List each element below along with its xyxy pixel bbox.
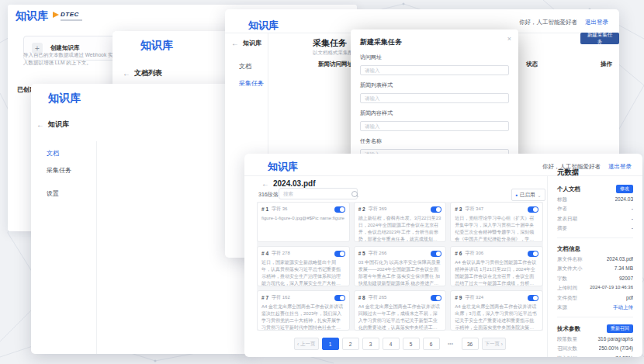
status-filter-button[interactable]: ● 已启用 ⌄ — [511, 189, 545, 201]
back-arrow-icon[interactable]: ← — [36, 120, 44, 129]
sidebar-item-documents[interactable]: 文档 — [239, 62, 251, 71]
next-page-button[interactable]: 下一页 › — [482, 338, 506, 350]
logo-subline — [61, 19, 82, 21]
logout-link[interactable]: 退出登录 — [585, 19, 608, 26]
prev-chevron-icon: ‹ — [297, 341, 299, 347]
meta-key: 标题 — [557, 196, 567, 203]
page-button-6[interactable]: 6 — [423, 338, 440, 350]
search-input[interactable] — [283, 191, 351, 196]
page-button-36[interactable]: 36 — [462, 338, 479, 350]
app-title: 知识库 — [16, 9, 48, 23]
edit-metadata-button[interactable]: 修改 — [616, 185, 633, 193]
segment-toggle[interactable] — [334, 206, 345, 213]
segment-text: A4 金壮龙出席全国两会工作会议并讲话 出席；3月底，深入学习贯彻习近平总书记关… — [455, 303, 538, 331]
meta-key: 原文件名称 — [557, 256, 583, 263]
list-style-field[interactable] — [360, 93, 509, 103]
back-arrow-icon[interactable]: ← — [123, 69, 130, 78]
segment-card[interactable]: # 4字符 278 近日，国家能源安全新战略提出十周年，认真贯彻落实习近平总书记… — [257, 246, 350, 286]
field-label-list-style: 新闻列表样式 — [360, 81, 509, 89]
meta-key: 发表日期 — [557, 216, 577, 223]
segment-id: # 2 — [358, 206, 365, 212]
meta-value: 74.53秒 — [615, 355, 633, 358]
segment-chars: 字符 324 — [465, 294, 483, 301]
segment-toggle[interactable] — [528, 251, 538, 257]
segment-toggle[interactable] — [334, 251, 345, 257]
sidebar-item-collection-tasks[interactable]: 采集任务 — [47, 166, 71, 175]
next-label: 下一页 — [485, 341, 500, 348]
segment-text: A4 金壮龙出席全国两会工作会议并讲话 回顾过去一年工作，成绩来之不易，深入学习… — [358, 303, 442, 331]
page-title: 采集任务 — [313, 37, 347, 49]
back-arrow-icon[interactable]: ← — [261, 179, 269, 188]
segment-id: # 7 — [261, 295, 268, 300]
segment-text: 近日，国家能源安全新战略提出十周年，认真贯彻落实习近平总书记重要指示精神，推动安… — [261, 259, 345, 286]
pagination: ‹ 上一页 1 2 3 4 5 6 ••• 36 下一页 › — [257, 338, 543, 350]
section-tech-params: 技术参数 — [557, 325, 580, 333]
url-field[interactable] — [360, 65, 509, 75]
pagination-ellipsis[interactable]: ••• — [443, 338, 459, 348]
segment-toggle[interactable] — [431, 206, 441, 213]
meta-key: 段落数量 — [557, 336, 577, 343]
content-style-field[interactable] — [360, 121, 509, 131]
sidebar-item-documents[interactable]: 文档 — [47, 149, 59, 158]
metadata-panel: 元数据 个人文档 修改 标题2024.03 作者- 发表日期- 摘要- 文档信息… — [548, 154, 642, 357]
sidebar-divider — [96, 141, 97, 354]
segment-count: 316段落 — [258, 191, 279, 199]
column-header-status: 状态 — [526, 61, 538, 68]
back-doc-list[interactable]: ← 文档列表 — [123, 68, 162, 78]
app-title: 知识库 — [140, 39, 173, 53]
section-personal-doc: 个人文档 — [557, 185, 580, 193]
meta-value-source: 手动上传 — [613, 304, 633, 311]
segment-toggle[interactable] — [528, 295, 538, 301]
new-task-modal: 新建采集任务 × 访问网址 新闻列表样式 新闻内容样式 任务名称 是否定时执行 … — [351, 29, 518, 163]
segment-card[interactable]: # 9字符 324 A4 金壮龙出席全国两会工作会议并讲话 出席；3月底，深入学… — [450, 290, 543, 331]
meta-key: 嵌入时间 — [557, 355, 577, 358]
close-icon[interactable]: × — [507, 35, 511, 43]
segment-card[interactable]: # 1字符 36 figure-1-figure-0.jpg@#$Pic nam… — [257, 202, 350, 242]
meta-value: - — [632, 216, 633, 223]
segment-id: # 9 — [455, 295, 462, 300]
back-kb[interactable]: ← 知识库 — [231, 39, 261, 47]
sidebar-item-settings[interactable]: 设置 — [47, 189, 59, 198]
segment-card[interactable]: # 2字符 369 踏上新征程，奋楫再出发。3月22日至23日，2024年全国能… — [354, 202, 447, 242]
prev-page-button[interactable]: ‹ 上一页 — [294, 338, 318, 350]
page-button-5[interactable]: 5 — [403, 338, 420, 350]
segment-text: 踏上新征程，奋楫再出发。3月22日至23日，2024年全国能源工作会议在北京召开… — [358, 215, 442, 242]
page-button-3[interactable]: 3 — [362, 338, 379, 350]
page-button-2[interactable]: 2 — [342, 338, 359, 350]
back-arrow-icon[interactable]: ← — [231, 39, 239, 47]
meta-key: 字数 — [557, 276, 567, 283]
segment-card[interactable]: # 3字符 347 近日，党组理论学习中心组（扩大）召开集中学习，深入学习贯彻二… — [450, 202, 543, 242]
new-task-button[interactable]: 新建采集任务 — [580, 33, 619, 44]
meta-value: 316 paragraphs — [597, 336, 633, 343]
segment-toggle[interactable] — [431, 251, 441, 257]
sidebar-item-collection-tasks[interactable]: 采集任务 — [239, 79, 264, 88]
app-title: 知识库 — [268, 160, 298, 174]
greeting-text: 你好，人工智能爱好者 — [519, 19, 577, 26]
segment-id: # 4 — [261, 251, 268, 256]
meta-value: - — [632, 225, 633, 232]
meta-value: 7.34 MB — [615, 265, 633, 272]
next-chevron-icon: › — [501, 341, 503, 347]
segment-chars: 字符 306 — [465, 250, 483, 257]
segment-chars: 字符 266 — [369, 250, 387, 257]
segment-toggle[interactable] — [528, 206, 538, 213]
segment-toggle[interactable] — [334, 295, 345, 301]
segment-card[interactable]: # 7字符 162 A4 金壮龙出席全国两会工作会议并讲话 坚决扛起责任担当，2… — [257, 290, 350, 331]
re-recall-button[interactable]: 重新召回 — [607, 324, 633, 333]
meta-value: 2024.03 — [615, 196, 634, 203]
segment-card[interactable]: # 5字符 266 03 中国石化为 以高水平安全保障高质量发展——2024年全… — [354, 246, 447, 286]
segment-card[interactable]: # 6字符 306 A4 会议认真学习贯彻全国能源工作会议精神并讲话 1月21日… — [450, 246, 543, 286]
back-label: 文档列表 — [134, 68, 162, 78]
logo-arrow-icon — [53, 12, 59, 18]
back-kb[interactable]: ← 知识库 — [36, 120, 69, 130]
column-header-url: 新闻访问网址 — [318, 61, 353, 68]
column-header-action: 操作 — [601, 61, 612, 68]
segment-toggle[interactable] — [431, 295, 441, 301]
page-button-4[interactable]: 4 — [383, 338, 400, 350]
back-file-row[interactable]: ← 2024.03.pdf — [261, 179, 315, 188]
page-button-1[interactable]: 1 — [322, 338, 339, 350]
segment-card[interactable]: # 8字符 265 A4 金壮龙出席全国两会工作会议并讲话 回顾过去一年工作，成… — [354, 290, 447, 331]
meta-value: 250.00% (7/34) — [599, 345, 633, 352]
desktop: 知识库 DTEC + 创建知识库 导入自己的文本数据或通过 Webhook 实时… — [0, 0, 644, 364]
meta-value: 92007 — [619, 276, 633, 283]
